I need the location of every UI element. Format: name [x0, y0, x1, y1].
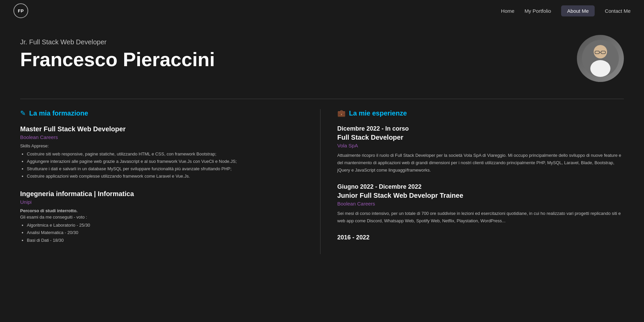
exp-title-1: Full Stack Developer	[337, 134, 624, 141]
education-item-unipi: Ingegneria informatica | Informatica Uni…	[20, 190, 307, 244]
list-item: Analisi Matematica - 20/30	[27, 229, 307, 236]
education-item-master: Master Full Stack Web Developer Boolean …	[20, 125, 307, 180]
logo[interactable]: FP	[13, 3, 28, 18]
list-item: Strutturare i dati e salvarli in un data…	[27, 165, 307, 173]
nav-about[interactable]: About Me	[561, 5, 595, 16]
list-item: Costruire applicazioni web complesse uti…	[27, 173, 307, 180]
svg-point-1	[594, 45, 607, 58]
education-column: ✎ La mia formazione Master Full Stack We…	[20, 109, 320, 254]
list-item: Algoritmica e Laboratorio - 25/30	[27, 222, 307, 229]
hero-name: Francesco Pieraccini	[20, 49, 215, 70]
edu-note-sub: Gli esami da me conseguiti - voto :	[20, 215, 307, 220]
exp-period-1: Dicembre 2022 - In corso	[337, 125, 624, 132]
experience-icon: 💼	[337, 109, 346, 117]
edu-institution-boolean: Boolean Careers	[20, 134, 307, 140]
exp-company-2: Boolean Careers	[337, 201, 624, 206]
list-item: Basi di Dati - 18/30	[27, 237, 307, 244]
edu-title-master: Master Full Stack Web Developer	[20, 125, 307, 133]
main-content: ✎ La mia formazione Master Full Stack We…	[0, 109, 644, 254]
exp-period-3: 2016 - 2022	[337, 234, 624, 241]
list-item: Costruire siti web responsive, pagine st…	[27, 150, 307, 158]
hero-divider	[20, 99, 624, 99]
education-icon: ✎	[20, 109, 26, 117]
edu-title-unipi: Ingegneria informatica | Informatica	[20, 190, 307, 198]
hero-subtitle: Jr. Full Stack Web Developer	[20, 38, 215, 46]
education-title: La mia formazione	[29, 109, 88, 117]
list-item: Aggiungere interazioni alle pagine web g…	[27, 158, 307, 165]
edu-skills-list: Costruire siti web responsive, pagine st…	[20, 150, 307, 180]
edu-exams-list: Algoritmica e Laboratorio - 25/30 Analis…	[20, 222, 307, 244]
avatar-image	[582, 40, 619, 77]
exp-company-1: Vola SpA	[337, 143, 624, 148]
experience-column: 💼 La mie esperienze Dicembre 2022 - In c…	[320, 109, 624, 254]
svg-point-2	[590, 60, 610, 77]
education-header: ✎ La mia formazione	[20, 109, 307, 117]
nav-contact[interactable]: Contact Me	[605, 8, 631, 14]
exp-period-2: Giugno 2022 - Dicembre 2022	[337, 183, 624, 190]
nav-home[interactable]: Home	[501, 8, 514, 14]
nav-portfolio[interactable]: My Portfolio	[525, 8, 551, 14]
edu-skills-label: Skills Apprese:	[20, 143, 307, 148]
logo-text: FP	[18, 8, 24, 13]
edu-note: Percorso di studi interrotto.	[20, 208, 307, 213]
hero-text: Jr. Full Stack Web Developer Francesco P…	[20, 38, 215, 70]
hero-section: Jr. Full Stack Web Developer Francesco P…	[0, 21, 644, 95]
exp-title-2: Junior Full Stack Web Developr Trainee	[337, 192, 624, 199]
avatar	[577, 35, 624, 82]
edu-institution-unipi: Unipi	[20, 199, 307, 205]
exp-desc-1: Attualmente ricopro il ruolo di Full Sta…	[337, 152, 624, 174]
navbar: FP Home My Portfolio About Me Contact Me	[0, 0, 644, 21]
experience-title: La mie esperienze	[349, 109, 407, 117]
experience-header: 💼 La mie esperienze	[337, 109, 624, 117]
exp-desc-2: Sei mesi di corso intensivo, per un tota…	[337, 210, 624, 225]
nav-links: Home My Portfolio About Me Contact Me	[501, 5, 631, 16]
